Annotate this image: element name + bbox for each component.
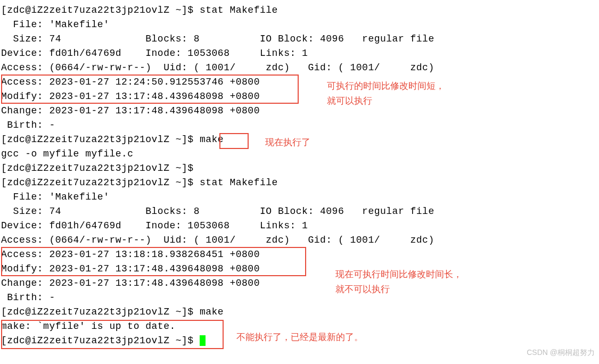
- terminal-line: [zdc@iZ2zeit7uza22t3jp21ovlZ ~]$ stat Ma…: [1, 176, 598, 190]
- terminal-line: Modify: 2023-01-27 13:17:48.439648098 +0…: [1, 262, 598, 276]
- terminal-line: Change: 2023-01-27 13:17:48.439648098 +0…: [1, 276, 598, 291]
- annotation-note-3a: 现在可执行时间比修改时间长，: [335, 267, 462, 282]
- watermark: CSDN @桐桐超努力: [527, 345, 595, 360]
- terminal-line: Access: 2023-01-27 13:18:18.938268451 +0…: [1, 247, 598, 262]
- terminal-line: [zdc@iZ2zeit7uza22t3jp21ovlZ ~]$ make: [1, 305, 598, 319]
- terminal-line: Device: fd01h/64769d Inode: 1053068 Link…: [1, 219, 598, 233]
- terminal-line: File: 'Makefile': [1, 190, 598, 204]
- terminal-line: Access: (0664/-rw-rw-r--) Uid: ( 1001/ z…: [1, 233, 598, 247]
- annotation-note-2: 现在执行了: [265, 135, 310, 150]
- terminal-line: [zdc@iZ2zeit7uza22t3jp21ovlZ ~]$ stat Ma…: [1, 3, 598, 18]
- terminal-line: [zdc@iZ2zeit7uza22t3jp21ovlZ ~]$: [1, 161, 598, 176]
- terminal-line: Device: fd01h/64769d Inode: 1053068 Link…: [1, 46, 598, 61]
- annotation-note-4: 不能执行了，已经是最新的了。: [236, 330, 363, 344]
- terminal-line: Size: 74 Blocks: 8 IO Block: 4096 regula…: [1, 32, 598, 46]
- terminal-line: Access: 2023-01-27 12:24:50.912553746 +0…: [1, 75, 598, 89]
- cursor-icon: [200, 335, 206, 346]
- terminal-line: Change: 2023-01-27 13:17:48.439648098 +0…: [1, 104, 598, 118]
- terminal-line: Birth: -: [1, 291, 598, 305]
- terminal-line: Size: 74 Blocks: 8 IO Block: 4096 regula…: [1, 204, 598, 219]
- annotation-note-1a: 可执行的时间比修改时间短，: [327, 79, 445, 93]
- annotation-note-3b: 就不可以执行: [335, 282, 390, 296]
- terminal-line: File: 'Makefile': [1, 18, 598, 32]
- terminal-line: Birth: -: [1, 118, 598, 133]
- annotation-note-1b: 就可以执行: [327, 94, 372, 108]
- terminal-line: Access: (0664/-rw-rw-r--) Uid: ( 1001/ z…: [1, 61, 598, 75]
- terminal-output: [zdc@iZ2zeit7uza22t3jp21ovlZ ~]$ stat Ma…: [1, 3, 598, 348]
- terminal-line: Modify: 2023-01-27 13:17:48.439648098 +0…: [1, 89, 598, 104]
